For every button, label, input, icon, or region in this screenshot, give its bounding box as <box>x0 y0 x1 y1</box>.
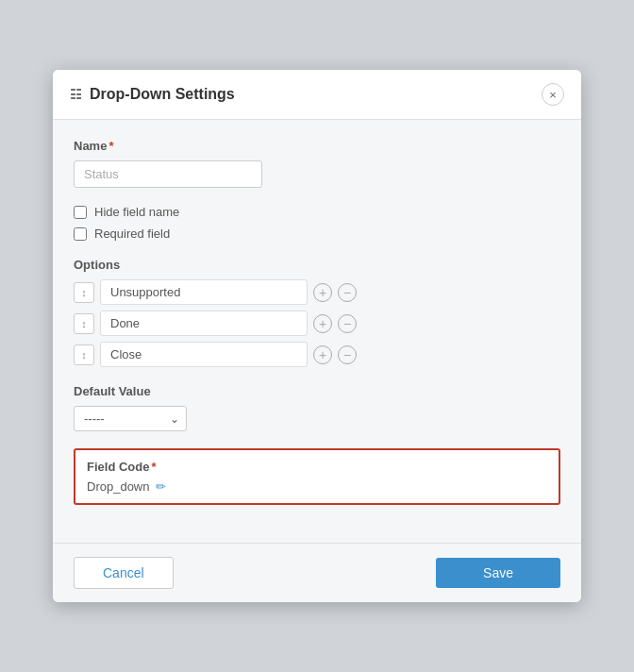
remove-option-3-button[interactable]: − <box>338 345 357 364</box>
sort-btn-1[interactable]: ↕ <box>74 282 94 303</box>
default-select-wrapper: ----- Unsupported Done Close ⌄ <box>74 406 187 431</box>
options-section: Options ↕ + − ↕ + − ↕ + − <box>74 258 560 367</box>
required-field-group: Required field <box>74 227 560 241</box>
hide-field-group: Hide field name <box>74 205 560 219</box>
add-option-1-button[interactable]: + <box>313 283 332 302</box>
options-label: Options <box>74 258 560 272</box>
field-code-star: * <box>151 460 156 474</box>
add-option-2-button[interactable]: + <box>313 314 332 333</box>
field-code-label: Field Code* <box>87 460 547 474</box>
field-code-value-row: Drop_down ✏ <box>87 479 547 494</box>
close-button[interactable]: × <box>542 83 564 106</box>
hide-field-label: Hide field name <box>94 205 179 219</box>
name-label: Name* <box>74 139 560 153</box>
option-input-2[interactable] <box>100 311 308 336</box>
add-option-3-button[interactable]: + <box>313 345 332 364</box>
close-icon: × <box>549 88 557 102</box>
required-star: * <box>108 139 113 153</box>
option-input-3[interactable] <box>100 342 308 367</box>
cancel-button[interactable]: Cancel <box>74 557 174 589</box>
remove-option-2-button[interactable]: − <box>338 314 357 333</box>
field-code-section: Field Code* Drop_down ✏ <box>74 448 560 505</box>
option-row-1: ↕ + − <box>74 279 560 305</box>
option-input-1[interactable] <box>100 279 308 305</box>
option-row-2: ↕ + − <box>74 311 560 336</box>
dialog-title: ☷ Drop-Down Settings <box>70 86 235 103</box>
required-field-label: Required field <box>94 227 170 241</box>
default-value-section: Default Value ----- Unsupported Done Clo… <box>74 384 560 431</box>
remove-option-1-button[interactable]: − <box>338 283 357 302</box>
field-code-value-text: Drop_down <box>87 479 150 494</box>
option-row-3: ↕ + − <box>74 342 560 367</box>
default-value-label: Default Value <box>74 384 560 398</box>
dialog-body: Name* Hide field name Required field Opt… <box>53 120 581 543</box>
required-field-checkbox[interactable] <box>74 227 87 241</box>
name-group: Name* <box>74 139 560 188</box>
hide-field-checkbox[interactable] <box>74 206 87 219</box>
sort-btn-3[interactable]: ↕ <box>74 344 94 365</box>
dropdown-settings-dialog: ☷ Drop-Down Settings × Name* Hide field … <box>53 70 581 602</box>
dialog-header: ☷ Drop-Down Settings × <box>53 70 581 120</box>
sort-btn-2[interactable]: ↕ <box>74 313 94 334</box>
name-input[interactable] <box>74 160 262 188</box>
dialog-title-text: Drop-Down Settings <box>90 86 235 103</box>
default-value-select[interactable]: ----- Unsupported Done Close <box>74 406 187 431</box>
save-button[interactable]: Save <box>436 558 560 588</box>
dialog-footer: Cancel Save <box>53 543 581 602</box>
edit-field-code-icon[interactable]: ✏ <box>156 479 166 494</box>
dropdown-icon: ☷ <box>70 87 82 102</box>
